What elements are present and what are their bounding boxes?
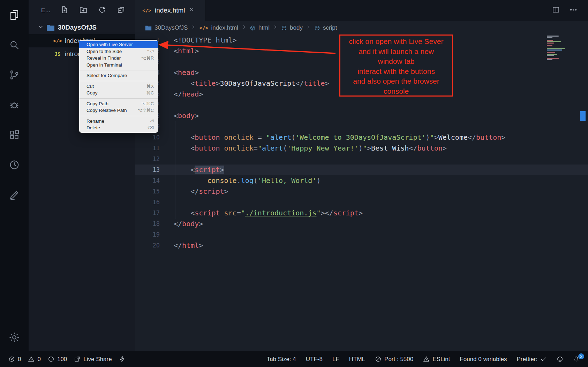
pen-tool-icon[interactable] xyxy=(5,185,24,205)
html-file-icon: </> xyxy=(142,8,151,13)
problems-warnings[interactable]: 0 xyxy=(28,356,40,363)
root-folder-label: 30DaysOfJS xyxy=(58,24,97,31)
breadcrumb-item-body[interactable]: body xyxy=(281,24,303,31)
breadcrumb-item-html[interactable]: html xyxy=(250,24,270,31)
folder-icon xyxy=(46,24,55,31)
code-line[interactable]: 10 <button onclick = "alert('Welcome to … xyxy=(135,132,588,143)
menu-separator xyxy=(80,116,158,116)
status-bar: 0 0 100 Live Share Tab Size: 4 UTF-8 LF … xyxy=(0,351,588,367)
slash-circle-icon xyxy=(375,356,382,362)
symbol-cube-icon xyxy=(281,25,287,31)
code-line[interactable]: 17 <script src="./introduction.js"></scr… xyxy=(135,208,588,219)
menu-item-reveal-in-finder[interactable]: Reveal in Finder⌥⌘R xyxy=(79,55,158,62)
annotation-note: click on open with Live Sever and it wil… xyxy=(339,35,453,97)
warning-icon xyxy=(28,356,35,362)
menu-item-cut[interactable]: Cut⌘X xyxy=(79,83,158,90)
explorer-icon[interactable] xyxy=(5,5,24,25)
symbol-cube-icon xyxy=(250,25,256,31)
menu-item-open-to-the-side[interactable]: Open to the Side⌃⏎ xyxy=(79,48,158,55)
split-editor-icon[interactable] xyxy=(552,6,560,15)
variables-indicator[interactable]: Found 0 variables xyxy=(460,356,507,363)
tab-label: index.html xyxy=(155,7,185,14)
menu-item-copy-path[interactable]: Copy Path⌥⌘C xyxy=(79,100,158,107)
encoding-indicator[interactable]: UTF-8 xyxy=(306,356,323,363)
tree-root-folder[interactable]: 30DaysOfJS xyxy=(29,21,135,34)
tab-index-html[interactable]: </> index.html xyxy=(135,0,205,21)
code-line[interactable]: 7 xyxy=(135,100,588,110)
breadcrumb-item-folder[interactable]: 30DaysOfJS xyxy=(145,24,188,31)
html-file-icon: </> xyxy=(53,38,62,44)
code-line[interactable]: 8<body> xyxy=(135,110,588,121)
breadcrumb-item-file[interactable]: </> index.html xyxy=(199,24,238,31)
code-line[interactable]: 16 xyxy=(135,197,588,208)
menu-separator xyxy=(80,70,158,70)
code-line[interactable]: 9 xyxy=(135,121,588,132)
code-line[interactable]: 18</body> xyxy=(135,219,588,229)
menu-separator xyxy=(80,98,158,99)
settings-gear-icon[interactable] xyxy=(5,328,24,347)
new-folder-icon[interactable] xyxy=(79,6,88,15)
menu-item-copy-relative-path[interactable]: Copy Relative Path⌥⇧⌘C xyxy=(79,107,158,114)
flash-icon[interactable] xyxy=(119,356,126,362)
code-line[interactable]: 13 <script> xyxy=(135,165,588,175)
info-icon xyxy=(48,356,54,362)
js-file-icon: JS xyxy=(53,51,62,57)
tab-size-indicator[interactable]: Tab Size: 4 xyxy=(267,356,296,363)
code-line[interactable]: 15 </script> xyxy=(135,186,588,197)
source-control-icon[interactable] xyxy=(5,65,24,85)
code-line[interactable]: 11 <button onclick="alert('Happy New Yea… xyxy=(135,143,588,154)
more-actions-icon[interactable] xyxy=(569,6,578,15)
feedback-smiley-icon[interactable] xyxy=(557,356,563,362)
explorer-title: E... xyxy=(41,7,51,14)
code-line[interactable]: 12 xyxy=(135,154,588,165)
menu-item-open-in-terminal[interactable]: Open in Terminal xyxy=(79,62,158,69)
new-file-icon[interactable] xyxy=(60,6,69,15)
symbol-cube-icon xyxy=(314,25,320,31)
scrollbar-decoration[interactable] xyxy=(580,111,586,121)
chevron-down-icon xyxy=(38,24,44,32)
folder-icon xyxy=(145,25,152,31)
extensions-icon[interactable] xyxy=(5,125,24,145)
warning-icon xyxy=(423,356,430,362)
html-file-icon: </> xyxy=(199,25,208,31)
menu-item-select-for-compare[interactable]: Select for Compare xyxy=(79,72,158,79)
debug-icon[interactable] xyxy=(5,95,24,115)
collapse-all-icon[interactable] xyxy=(117,6,125,15)
menu-item-open-with-live-server[interactable]: Open with Live Server xyxy=(79,41,158,48)
code-line[interactable]: 19 xyxy=(135,229,588,240)
chevron-right-icon xyxy=(241,24,247,31)
menu-item-rename[interactable]: Rename⏎ xyxy=(79,118,158,125)
check-icon xyxy=(540,356,547,362)
search-icon[interactable] xyxy=(5,35,24,55)
code-line[interactable]: 14 console.log('Hello, World') xyxy=(135,175,588,186)
close-icon[interactable] xyxy=(189,7,195,14)
context-menu: Open with Live Server Open to the Side⌃⏎… xyxy=(79,40,158,133)
code-line[interactable]: 20</html> xyxy=(135,240,588,251)
menu-separator xyxy=(80,81,158,81)
problems-errors[interactable]: 0 xyxy=(8,356,21,363)
chevron-right-icon xyxy=(306,24,311,31)
prettier-indicator[interactable]: Prettier: xyxy=(517,356,547,363)
notifications-bell-icon[interactable]: 2 xyxy=(573,356,580,362)
indent-guide xyxy=(175,121,175,219)
minimap[interactable] xyxy=(547,36,579,60)
live-share-button[interactable]: Live Share xyxy=(74,356,112,363)
chevron-right-icon xyxy=(191,24,196,31)
breadcrumb: 30DaysOfJS </> index.html html body xyxy=(135,21,588,35)
activity-bar xyxy=(0,0,29,351)
explorer-header: E... xyxy=(29,0,135,21)
refresh-icon[interactable] xyxy=(98,6,106,15)
tab-bar: </> index.html xyxy=(135,0,588,21)
port-indicator[interactable]: Port : 5500 xyxy=(375,356,413,363)
vscode-window: E... xyxy=(0,0,588,367)
language-indicator[interactable]: HTML xyxy=(349,356,365,363)
menu-item-delete[interactable]: Delete⌫ xyxy=(79,124,158,131)
breadcrumb-item-script[interactable]: script xyxy=(314,24,337,31)
menu-item-copy[interactable]: Copy⌘C xyxy=(79,90,158,97)
eol-indicator[interactable]: LF xyxy=(332,356,339,363)
eslint-indicator[interactable]: ESLint xyxy=(423,356,450,363)
share-icon xyxy=(74,356,81,362)
chevron-right-icon xyxy=(273,24,278,31)
info-count[interactable]: 100 xyxy=(48,356,67,363)
history-clock-icon[interactable] xyxy=(5,155,24,175)
